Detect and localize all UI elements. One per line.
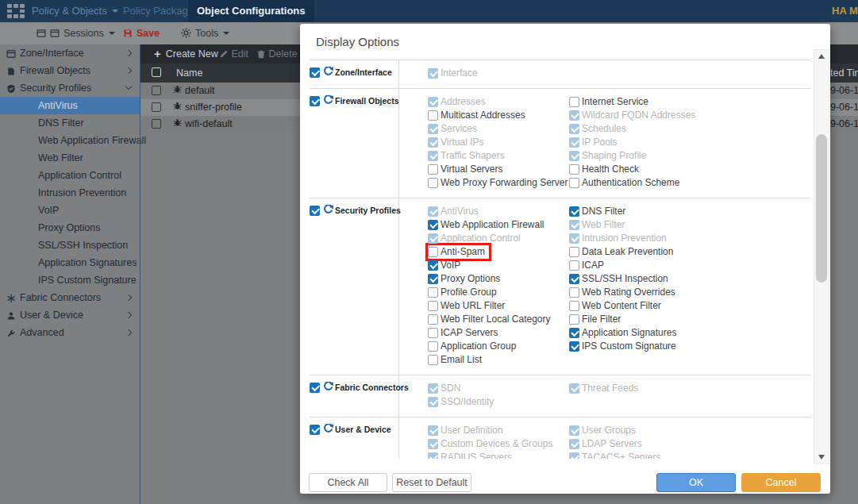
- option-checkbox[interactable]: [428, 260, 438, 271]
- option-checkbox[interactable]: [428, 164, 438, 175]
- select-all-checkbox[interactable]: [152, 67, 161, 77]
- sidebar-item-ssl-ssh-inspection[interactable]: SSL/SSH Inspection: [0, 237, 140, 254]
- sidebar-item-antivirus[interactable]: AntiVirus: [0, 97, 140, 114]
- option-checkbox: [569, 383, 579, 394]
- option-checkbox[interactable]: [569, 247, 579, 257]
- reset-to-default-button[interactable]: Reset to Default: [392, 473, 471, 492]
- option-checkbox[interactable]: [569, 301, 579, 311]
- window-icon: [6, 49, 16, 59]
- sidebar-item-web-filter[interactable]: Web Filter: [0, 149, 140, 167]
- group-checkbox[interactable]: [310, 67, 320, 78]
- option-row: Health Check: [569, 163, 695, 176]
- row-checkbox[interactable]: [152, 86, 161, 95]
- option-checkbox[interactable]: [569, 260, 579, 271]
- option-checkbox[interactable]: [569, 341, 579, 352]
- option-checkbox[interactable]: [428, 247, 438, 257]
- option-checkbox[interactable]: [569, 328, 579, 338]
- option-checkbox[interactable]: [428, 301, 438, 311]
- sidebar-item-ips-custom-signature[interactable]: IPS Custom Signature: [0, 271, 140, 289]
- option: Web Filter: [569, 218, 625, 232]
- option-checkbox[interactable]: [428, 178, 438, 188]
- group-checkbox[interactable]: [310, 425, 320, 435]
- option-checkbox[interactable]: [428, 314, 438, 325]
- tools-menu[interactable]: Tools: [181, 22, 229, 44]
- option-checkbox: [569, 110, 579, 121]
- sidebar-item-security-profiles[interactable]: Security Profiles: [0, 79, 140, 97]
- option: Email List: [428, 353, 482, 367]
- option-row: Custom Devices & Groups: [428, 437, 569, 451]
- refresh-icon: [323, 424, 333, 434]
- scroll-down-arrow-icon[interactable]: [818, 455, 825, 460]
- option: Data Leak Prevention: [569, 245, 673, 259]
- sidebar-item-label: User & Device: [20, 310, 83, 321]
- option-checkbox: [569, 439, 579, 449]
- save-label: Save: [137, 28, 160, 39]
- option-checkbox[interactable]: [428, 220, 438, 230]
- grid-logo-icon[interactable]: [7, 4, 25, 18]
- sessions-menu[interactable]: Sessions: [37, 22, 115, 44]
- group-checkbox[interactable]: [310, 96, 320, 106]
- sidebar-item-user-device[interactable]: User & Device: [0, 306, 140, 324]
- option-checkbox[interactable]: [428, 274, 438, 284]
- sidebar-item-firewall-objects[interactable]: Firewall Objects: [0, 62, 140, 79]
- trash-icon: [256, 49, 266, 59]
- row-checkbox[interactable]: [152, 119, 161, 129]
- group-checkbox[interactable]: [310, 206, 320, 216]
- option-checkbox[interactable]: [569, 164, 579, 175]
- option-checkbox[interactable]: [569, 274, 579, 284]
- option-label: Web Filter Local Category: [441, 313, 551, 326]
- option-row: Virtual IPs: [428, 136, 569, 149]
- sidebar-item-proxy-options[interactable]: Proxy Options: [0, 219, 140, 237]
- sidebar-item-application-control[interactable]: Application Control: [0, 167, 140, 184]
- sidebar-item-web-application-firewall[interactable]: Web Application Firewall: [0, 132, 140, 149]
- option-checkbox[interactable]: [428, 328, 438, 338]
- scroll-up-arrow-icon[interactable]: [818, 54, 825, 59]
- nav-menu-policy-objects[interactable]: Policy & Objects: [32, 0, 118, 22]
- check-all-button[interactable]: Check All: [309, 473, 387, 492]
- option-label: AntiVirus: [441, 205, 479, 218]
- scrollbar-thumb[interactable]: [816, 134, 827, 283]
- sidebar-item-zone-interface[interactable]: Zone/Interface: [0, 44, 140, 62]
- option-row: Application Group: [428, 340, 569, 353]
- edit-button[interactable]: Edit: [219, 44, 248, 63]
- option-checkbox[interactable]: [569, 287, 579, 298]
- sidebar-item-application-signatures[interactable]: Application Signatures: [0, 254, 140, 271]
- option-checkbox[interactable]: [428, 341, 438, 352]
- option-checkbox[interactable]: [428, 110, 438, 121]
- option-checkbox: [569, 452, 579, 459]
- option-checkbox[interactable]: [428, 355, 438, 365]
- option-checkbox: [569, 151, 579, 161]
- option-checkbox[interactable]: [428, 287, 438, 298]
- option-checkbox[interactable]: [569, 206, 579, 217]
- cancel-button[interactable]: Cancel: [741, 473, 821, 492]
- save-button[interactable]: Save: [123, 22, 160, 44]
- nav-menu-label: Policy & Objects: [32, 5, 107, 17]
- refresh-icon: [323, 67, 333, 77]
- profile-name: sniffer-profile: [185, 99, 242, 116]
- sidebar-item-dns-filter[interactable]: DNS Filter: [0, 114, 140, 132]
- option-label: Services: [441, 122, 477, 136]
- sidebar-item-voip[interactable]: VoIP: [0, 202, 140, 219]
- option-checkbox[interactable]: [569, 314, 579, 325]
- display-options-modal: Display Options Zone/InterfaceInterfaceF…: [300, 24, 830, 494]
- group-header: Security Profiles: [310, 198, 399, 375]
- option-checkbox[interactable]: [569, 97, 579, 107]
- top-navbar: Policy & Objects Policy Packages Object …: [0, 0, 858, 22]
- row-checkbox[interactable]: [152, 102, 161, 112]
- delete-button[interactable]: Delete: [256, 44, 298, 63]
- time-column-header[interactable]: ted Time: [830, 63, 858, 83]
- option-checkbox[interactable]: [569, 178, 579, 188]
- ok-button[interactable]: OK: [656, 473, 736, 492]
- create-new-button[interactable]: +Create New: [154, 44, 218, 63]
- option-row: File Filter: [569, 313, 676, 326]
- sidebar-item-intrusion-prevention[interactable]: Intrusion Prevention: [0, 184, 140, 202]
- modal-scrollbar[interactable]: [814, 49, 829, 464]
- sidebar-item-fabric-connectors[interactable]: Fabric Connectors: [0, 289, 140, 306]
- chevron-right-icon: [125, 312, 132, 318]
- sidebar-item-advanced[interactable]: Advanced: [0, 324, 140, 341]
- option-row: Web Rating Overrides: [569, 286, 676, 299]
- options-column-2: DNS FilterWeb FilterIntrusion Prevention…: [569, 205, 676, 367]
- tab-object-configurations[interactable]: Object Configurations: [188, 0, 314, 22]
- group-checkbox[interactable]: [310, 383, 320, 393]
- name-column-header[interactable]: Name: [176, 63, 202, 83]
